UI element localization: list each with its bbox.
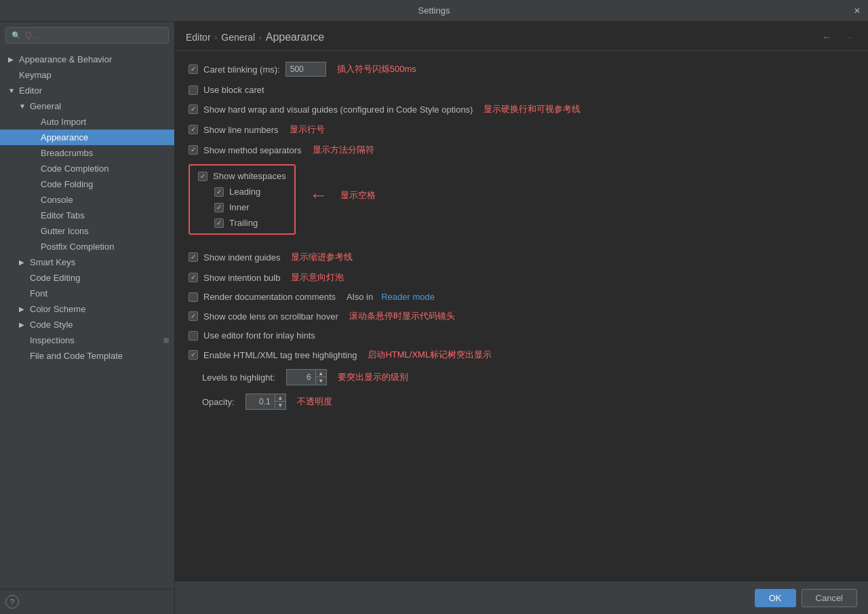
sidebar-item-console[interactable]: Console: [0, 192, 174, 208]
sidebar-item-breadcrumbs[interactable]: Breadcrumbs: [0, 145, 174, 161]
footer: OK Cancel: [175, 581, 868, 614]
show-line-numbers-row: Show line numbers 显示行号: [189, 123, 854, 136]
red-arrow-icon: ←: [309, 185, 328, 206]
ok-button[interactable]: OK: [755, 589, 796, 607]
sidebar-item-editor-tabs[interactable]: Editor Tabs: [0, 208, 174, 223]
inspections-icon: ⊞: [163, 337, 169, 344]
sidebar-item-font[interactable]: Font: [0, 286, 174, 301]
levels-highlight-spinner[interactable]: ▲ ▼: [286, 369, 327, 385]
breadcrumb-appearance: Appearance: [266, 31, 324, 43]
arrow-icon: ▼: [19, 102, 30, 110]
render-docs-checkbox[interactable]: [189, 292, 198, 302]
opacity-increment[interactable]: ▲: [275, 394, 285, 402]
show-code-lens-annotation: 滚动条悬停时显示代码镜头: [349, 310, 455, 322]
search-input[interactable]: [25, 31, 163, 40]
show-code-lens-checkbox[interactable]: [189, 311, 198, 321]
sidebar-item-inspections[interactable]: Inspections ⊞: [0, 332, 174, 348]
show-indent-guides-row: Show indent guides 显示缩进参考线: [189, 251, 854, 263]
show-code-lens-label: Show code lens on scrollbar hover: [203, 311, 338, 322]
sidebar-item-code-editing[interactable]: Code Editing: [0, 270, 174, 286]
sidebar-item-appearance-behavior[interactable]: ▶ Appearance & Behavior: [0, 52, 174, 67]
show-code-lens-row: Show code lens on scrollbar hover 滚动条悬停时…: [189, 310, 854, 322]
enable-html-xml-row: Enable HTML/XML tag tree highlighting 启动…: [189, 349, 854, 361]
show-whitespaces-label: Show whitespaces: [213, 171, 286, 181]
show-whitespaces-row: Show whitespaces: [198, 171, 286, 181]
opacity-label: Opacity:: [202, 397, 235, 407]
reader-mode-link[interactable]: Reader mode: [381, 292, 435, 302]
caret-blinking-input[interactable]: [285, 62, 326, 77]
leading-row: Leading: [198, 187, 286, 197]
arrow-icon: ▼: [8, 87, 19, 94]
show-indent-guides-annotation: 显示缩进参考线: [291, 251, 353, 263]
show-intention-bulb-row: Show intention bulb 显示意向灯泡: [189, 271, 854, 284]
breadcrumb: Editor › General › Appearance ← →: [175, 22, 868, 51]
search-box[interactable]: 🔍: [5, 27, 169, 43]
opacity-spinner[interactable]: ▲ ▼: [245, 394, 286, 410]
opacity-decrement[interactable]: ▼: [275, 402, 285, 409]
caret-blinking-checkbox[interactable]: [189, 64, 198, 74]
use-block-caret-row: Use block caret: [189, 85, 854, 95]
also-in-text: Also in: [347, 292, 373, 302]
sidebar-item-postfix-completion[interactable]: Postfix Completion: [0, 239, 174, 254]
cancel-button[interactable]: Cancel: [802, 589, 857, 607]
show-hard-wrap-annotation: 显示硬换行和可视参考线: [484, 103, 580, 115]
sidebar-item-keymap[interactable]: Keymap: [0, 67, 174, 83]
opacity-input[interactable]: [246, 394, 275, 409]
levels-highlight-row: Levels to highlight: ▲ ▼ 要突出显示的级别: [189, 369, 854, 385]
enable-html-xml-annotation: 启动HTML/XML标记树突出显示: [368, 349, 492, 361]
show-line-numbers-label: Show line numbers: [203, 125, 279, 135]
breadcrumb-sep-2: ›: [259, 33, 262, 41]
levels-highlight-input[interactable]: [287, 370, 315, 385]
enable-html-xml-checkbox[interactable]: [189, 350, 198, 360]
nav-forward-button[interactable]: →: [841, 30, 857, 45]
sidebar-item-smart-keys[interactable]: ▶ Smart Keys: [0, 254, 174, 270]
whitespace-highlight-box: Show whitespaces Leading Inner Trailing: [189, 164, 296, 235]
arrow-icon: ▶: [19, 258, 30, 266]
sidebar-item-gutter-icons[interactable]: Gutter Icons: [0, 223, 174, 239]
levels-highlight-label: Levels to highlight:: [202, 372, 275, 383]
close-button[interactable]: ✕: [852, 5, 863, 16]
help-button[interactable]: ?: [5, 595, 19, 609]
sidebar-item-code-style[interactable]: ▶ Code Style: [0, 317, 174, 332]
search-icon: 🔍: [12, 31, 21, 40]
show-hard-wrap-checkbox[interactable]: [189, 104, 198, 114]
use-editor-font-label: Use editor font for inlay hints: [203, 330, 315, 341]
sidebar-item-auto-import[interactable]: Auto Import: [0, 114, 174, 130]
show-hard-wrap-label: Show hard wrap and visual guides (config…: [203, 104, 473, 115]
render-docs-label: Render documentation comments: [203, 292, 336, 302]
show-method-separators-checkbox[interactable]: [189, 145, 198, 155]
caret-blinking-row: Caret blinking (ms): 插入符号闪烁500ms: [189, 62, 854, 77]
sidebar-item-editor[interactable]: ▼ Editor: [0, 83, 174, 98]
levels-highlight-increment[interactable]: ▲: [316, 370, 326, 377]
trailing-checkbox[interactable]: [214, 218, 224, 228]
sidebar-item-appearance[interactable]: Appearance: [0, 130, 174, 145]
show-hard-wrap-row: Show hard wrap and visual guides (config…: [189, 103, 854, 115]
show-intention-bulb-checkbox[interactable]: [189, 273, 198, 282]
use-block-caret-label: Use block caret: [203, 85, 264, 95]
show-whitespaces-checkbox[interactable]: [198, 172, 208, 181]
sidebar-item-file-code-template[interactable]: File and Code Template: [0, 348, 174, 364]
show-line-numbers-annotation: 显示行号: [290, 123, 325, 136]
show-line-numbers-checkbox[interactable]: [189, 125, 198, 134]
sidebar-item-color-scheme[interactable]: ▶ Color Scheme: [0, 301, 174, 317]
opacity-annotation: 不透明度: [297, 396, 332, 408]
sidebar-item-code-completion[interactable]: Code Completion: [0, 161, 174, 176]
show-method-separators-row: Show method separators 显示方法分隔符: [189, 144, 854, 156]
levels-highlight-annotation: 要突出显示的级别: [338, 371, 408, 383]
sidebar-item-general[interactable]: ▼ General: [0, 98, 174, 114]
title-bar: Settings ✕: [0, 0, 868, 22]
show-method-separators-annotation: 显示方法分隔符: [313, 144, 374, 156]
levels-highlight-decrement[interactable]: ▼: [316, 377, 326, 385]
use-block-caret-checkbox[interactable]: [189, 85, 198, 95]
show-method-separators-label: Show method separators: [203, 145, 302, 155]
use-editor-font-checkbox[interactable]: [189, 331, 198, 341]
show-indent-guides-checkbox[interactable]: [189, 252, 198, 262]
sidebar-tree: ▶ Appearance & Behavior Keymap ▼ Editor …: [0, 49, 174, 589]
sidebar-item-code-folding[interactable]: Code Folding: [0, 176, 174, 192]
show-intention-bulb-label: Show intention bulb: [203, 273, 280, 283]
leading-checkbox[interactable]: [214, 187, 224, 197]
inner-checkbox[interactable]: [214, 203, 224, 212]
breadcrumb-editor: Editor: [186, 32, 211, 43]
whitespace-annotation: 显示空格: [340, 189, 376, 202]
nav-back-button[interactable]: ←: [819, 30, 835, 45]
